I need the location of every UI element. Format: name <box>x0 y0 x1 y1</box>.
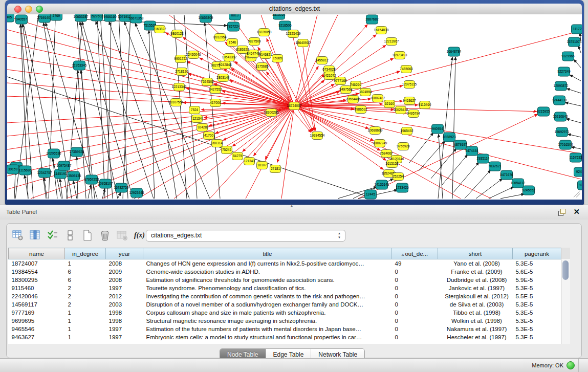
graph-node-label: 13505135 <box>67 174 81 178</box>
table-cell: 2 <box>65 292 106 300</box>
table-cell: Investigating the contribution of common… <box>143 292 392 300</box>
graph-node-label: 41700 <box>204 134 213 137</box>
table-cell: 5.3E-5 <box>513 325 561 333</box>
table-row[interactable]: 946554611997Estimation of the future num… <box>9 325 561 333</box>
column-header-year[interactable]: year <box>106 248 143 259</box>
graph-node-label: 10973493 <box>393 53 407 57</box>
table-cell: Estimation of the future numbers of pati… <box>143 325 392 333</box>
table-cell: Franke et al. (2009) <box>438 268 513 276</box>
graph-node-label: 16671358 <box>129 16 144 20</box>
graph-node-label: 940557 <box>16 17 27 21</box>
status-bar: Memory: OK <box>0 358 588 372</box>
table-cell: 22420046 <box>9 292 65 300</box>
column-checklist-button[interactable] <box>46 229 59 242</box>
graph-node-label: 9146821 <box>259 53 272 56</box>
splitter-collapse-icon[interactable]: ▲ <box>290 204 294 208</box>
graph-node-label: 18226058 <box>257 30 272 34</box>
node-table-grid: name in_degree year title ▵out_de... sho… <box>8 248 561 341</box>
table-row[interactable]: 1830029562008Estimation of significance … <box>9 276 561 284</box>
network-graph[interactable]: 9405940557276914062769106532871527602946… <box>7 14 582 200</box>
graph-node-label: 9242848 <box>219 63 232 67</box>
column-header-out-degree[interactable]: ▵out_de... <box>392 248 438 259</box>
table-cell: 1998 <box>106 309 143 317</box>
table-row[interactable]: 1456911722003Disruption of a novel membe… <box>9 300 561 309</box>
table-cell: 2 <box>65 284 106 292</box>
graph-node-label: 252254 <box>393 174 404 178</box>
graph-node-label: 17016504 <box>558 143 573 146</box>
graph-node-label: 17359928 <box>70 150 84 154</box>
graph-node-label: 7485063 <box>400 67 413 71</box>
graph-node-label: 7163822 <box>153 27 166 31</box>
resize-grip-icon[interactable] <box>573 191 580 198</box>
table-cell: 1 <box>65 309 106 317</box>
scrollbar-thumb[interactable] <box>562 260 569 280</box>
table-row[interactable]: 1872400712008Changes of HCN gene express… <box>9 259 561 268</box>
graph-node-label: 10210643 <box>553 115 568 118</box>
graph-node-label: 10807487 <box>371 96 385 100</box>
table-selector-value: citations_edges.txt <box>151 232 202 239</box>
graph-node-label: 92428 <box>198 125 207 129</box>
table-row[interactable]: 969969511998Structural magnetic resonanc… <box>9 317 561 325</box>
graph-node-label: 12975115 <box>402 82 417 86</box>
function-builder-button[interactable]: f(x) <box>133 229 146 242</box>
table-cell: 1998 <box>106 317 143 325</box>
network-view-window: citations_edges.txt 94059405572769140627… <box>5 0 584 205</box>
graph-node-label: 9329966 <box>561 54 575 58</box>
table-mode-button[interactable] <box>11 229 25 242</box>
table-cell: 0 <box>392 276 438 284</box>
close-panel-button[interactable]: ✕ <box>573 207 580 216</box>
table-selector-dropdown[interactable]: citations_edges.txt ▲▼ <box>146 230 345 242</box>
new-column-button[interactable] <box>80 229 94 242</box>
graph-node-label: 7524502 <box>201 80 214 83</box>
graph-node-label: 16782759 <box>114 186 129 189</box>
column-header-short[interactable]: short <box>438 248 513 259</box>
graph-node-label: 39159 <box>8 167 17 171</box>
graph-node-label: 7986532 <box>354 107 367 111</box>
graph-node-label: 1527602 <box>90 14 103 18</box>
memory-ok-indicator[interactable] <box>567 361 575 369</box>
column-header-pagerank[interactable]: pagerank <box>513 248 561 259</box>
graph-node-label: 8215955 <box>537 110 550 113</box>
graph-node-label: 940954 <box>432 127 443 130</box>
graph-node-label: 84275 <box>233 154 242 158</box>
table-cell: 1997 <box>106 284 143 292</box>
scrollbar-track[interactable] <box>561 259 570 344</box>
column-header-in-degree[interactable]: in_degree <box>65 248 106 259</box>
table-row[interactable]: 946362711997Embryonic stem cells: a mode… <box>9 333 561 341</box>
graph-node-label: 8427552 <box>209 87 222 91</box>
graph-node-label: 10975487 <box>57 164 72 167</box>
table-cell: 0 <box>392 333 438 341</box>
table-cell: 2003 <box>106 300 143 309</box>
table-cell: 5.6E-5 <box>513 268 561 276</box>
delete-column-button[interactable] <box>98 229 112 242</box>
row-height-button[interactable] <box>63 229 77 242</box>
graph-node-label: 9827509 <box>248 39 261 43</box>
window-titlebar[interactable]: citations_edges.txt <box>7 4 582 15</box>
column-header-title[interactable]: title <box>143 248 392 259</box>
delete-table-button[interactable] <box>115 229 129 242</box>
graph-node-label: 19384554 <box>310 134 325 137</box>
table-row[interactable]: 911546021997Tourette syndrome. Phenomeno… <box>9 284 561 292</box>
graph-node-label: 27181 <box>271 167 280 170</box>
graph-node-label: 1546 <box>229 40 236 44</box>
graph-node-label: 417006 <box>210 101 221 104</box>
column-header-name[interactable]: name <box>9 248 65 259</box>
sort-ascending-icon: ▵ <box>402 252 404 257</box>
table-scrollbar[interactable] <box>561 248 570 344</box>
graph-node-label: 15751074 <box>567 40 582 43</box>
table-row[interactable]: 977716911998Corpus callosum shape and si… <box>9 309 561 317</box>
graph-node-label: 7832621 <box>488 164 502 168</box>
graph-node-label: 18724007 <box>287 104 302 107</box>
table-cell: 9699695 <box>9 317 65 325</box>
table-cell: 2009 <box>106 268 143 276</box>
table-cell: 2008 <box>106 259 143 268</box>
graph-node-label: 9245652 <box>522 188 535 192</box>
table-cell: 1 <box>65 259 106 268</box>
show-columns-button[interactable] <box>28 229 42 242</box>
graph-node-label: 7857224 <box>227 25 240 28</box>
table-row[interactable]: 1938455462009Genome-wide association stu… <box>9 268 561 276</box>
graph-node-label: 3824554 <box>359 90 372 94</box>
float-panel-button[interactable] <box>558 209 565 216</box>
network-canvas[interactable]: 9405940557276914062769106532871527602946… <box>7 14 582 200</box>
table-row[interactable]: 2242004622012Investigating the contribut… <box>9 292 561 300</box>
